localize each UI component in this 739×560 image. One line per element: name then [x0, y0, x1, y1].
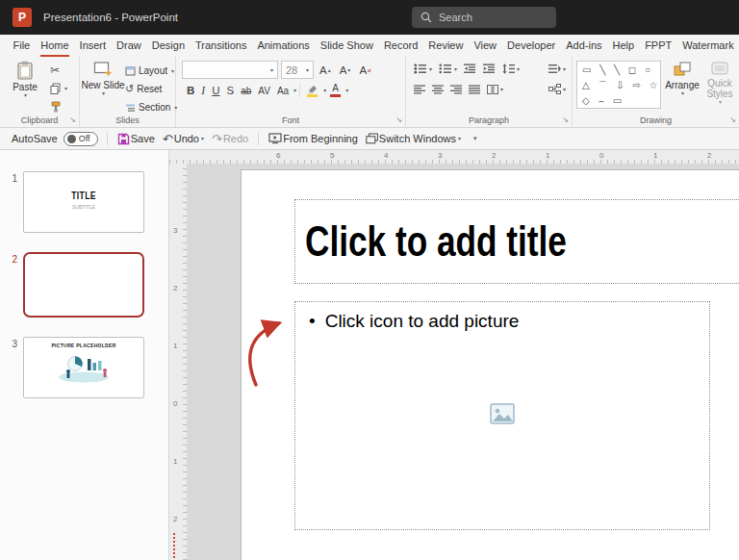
- convert-to-smartart-button[interactable]: ▾: [548, 83, 567, 95]
- tab-transitions[interactable]: Transitions: [191, 35, 252, 57]
- line-spacing-button[interactable]: ▾: [501, 63, 521, 75]
- paste-button[interactable]: Paste ▾: [3, 61, 47, 98]
- justify-button[interactable]: [468, 84, 481, 95]
- thumbnail-row-3: 3 PICTURE PLACEHOLDER: [0, 337, 168, 398]
- font-dialog-launcher-icon[interactable]: ↘: [395, 116, 402, 124]
- cut-button[interactable]: ✂: [48, 62, 69, 78]
- redo-button[interactable]: ↷ Redo: [211, 132, 249, 146]
- tab-record[interactable]: Record: [378, 35, 422, 57]
- highlight-color-button[interactable]: [303, 84, 321, 98]
- decrease-font-size-button[interactable]: A▾: [337, 64, 354, 77]
- tab-home[interactable]: Home: [36, 35, 74, 57]
- layout-button[interactable]: Layout ▾: [123, 63, 179, 79]
- tab-fppt[interactable]: FPPT: [640, 35, 677, 57]
- align-left-button[interactable]: [413, 84, 426, 95]
- tab-add-ins[interactable]: Add-ins: [561, 35, 607, 57]
- tab-review[interactable]: Review: [423, 35, 469, 57]
- copy-button[interactable]: ▾: [48, 80, 69, 96]
- chevron-down-icon: ▾: [323, 88, 326, 93]
- format-painter-button[interactable]: [48, 98, 69, 115]
- underline-button[interactable]: U: [209, 84, 222, 97]
- chevron-down-icon: ▾: [681, 90, 684, 96]
- columns-button[interactable]: ▾: [486, 84, 504, 95]
- tab-slide-show[interactable]: Slide Show: [315, 35, 378, 57]
- font-name-combo[interactable]: ▾: [182, 61, 278, 79]
- shapes-gallery[interactable]: ▭ ╲ ╲ ◻ ○ △ ⌒ ⇩ ⇨ ☆ ◇ ⌢ ▭ ▴ ▾ ≡: [576, 61, 661, 109]
- bullets-button[interactable]: ▾: [413, 63, 433, 75]
- bold-button[interactable]: B: [184, 84, 197, 97]
- horizontal-ruler: 6 5 4 3 2 1 0 1 2: [169, 150, 739, 164]
- switch-windows-icon: [366, 133, 378, 144]
- insert-picture-icon[interactable]: [490, 403, 515, 428]
- text-shadow-button[interactable]: S: [223, 84, 237, 97]
- redo-icon: ↷: [212, 133, 222, 145]
- increase-font-size-button[interactable]: A▴: [317, 64, 334, 77]
- undo-button[interactable]: ↶ Undo ▾: [162, 132, 205, 146]
- character-spacing-button[interactable]: AV: [255, 85, 273, 97]
- strikethrough-button[interactable]: ab: [238, 85, 254, 97]
- arrange-icon: [673, 61, 692, 78]
- tab-animations[interactable]: Animations: [252, 35, 315, 57]
- thumbnail-row-1: 1 TITLE SUBTITLE: [0, 171, 168, 233]
- clipboard-dialog-launcher-icon[interactable]: ↘: [69, 116, 76, 124]
- title-placeholder[interactable]: Click to add title: [294, 199, 739, 284]
- thumbnail-slide-2-selected[interactable]: [23, 252, 144, 318]
- quick-styles-button[interactable]: Quick Styles ▾: [701, 61, 738, 105]
- tab-watermark[interactable]: Watermark: [677, 35, 739, 57]
- from-beginning-button[interactable]: From Beginning: [268, 132, 359, 145]
- thumbnail-slide-3[interactable]: PICTURE PLACEHOLDER: [23, 337, 144, 398]
- ribbon-group-drawing: ▭ ╲ ╲ ◻ ○ △ ⌒ ⇩ ⇨ ☆ ◇ ⌢ ▭ ▴ ▾ ≡ Arrange …: [573, 57, 739, 127]
- tab-developer[interactable]: Developer: [502, 35, 561, 57]
- format-painter-icon: [50, 101, 62, 113]
- ribbon: Paste ▾ ✂ ▾: [0, 57, 739, 128]
- tab-help[interactable]: Help: [607, 35, 640, 57]
- tab-file[interactable]: File: [8, 35, 36, 57]
- chevron-down-icon: ▾: [171, 68, 174, 74]
- increase-indent-button[interactable]: [482, 63, 497, 75]
- chevron-down-icon: ▾: [306, 67, 309, 73]
- search-input[interactable]: Search: [412, 7, 556, 28]
- tab-design[interactable]: Design: [146, 35, 190, 57]
- tab-insert[interactable]: Insert: [74, 35, 112, 57]
- from-beginning-icon: [268, 133, 282, 144]
- powerpoint-app-icon[interactable]: P: [13, 8, 32, 27]
- chevron-down-icon: ▾: [270, 67, 273, 73]
- clear-formatting-button[interactable]: A⌀: [356, 64, 373, 77]
- paragraph-dialog-launcher-icon[interactable]: ↘: [562, 116, 569, 124]
- chevron-down-icon: ▾: [64, 86, 67, 91]
- chevron-down-icon: ▾: [454, 66, 457, 72]
- thumbnail-slide-1[interactable]: TITLE SUBTITLE: [23, 171, 144, 233]
- align-center-button[interactable]: [431, 84, 445, 95]
- decrease-indent-button[interactable]: [463, 63, 477, 75]
- new-slide-button[interactable]: New Slide ▾: [81, 61, 125, 96]
- font-size-combo[interactable]: 28 ▾: [281, 61, 314, 79]
- text-direction-icon: [548, 64, 561, 74]
- save-button[interactable]: Save: [116, 132, 156, 146]
- reset-button[interactable]: ↺ Reset: [123, 81, 179, 97]
- tab-view[interactable]: View: [469, 35, 502, 57]
- chevron-down-icon: ▾: [719, 99, 722, 105]
- autosave-label: AutoSave: [12, 133, 58, 144]
- text-direction-button[interactable]: ▾: [548, 63, 567, 75]
- reset-icon: ↺: [125, 84, 134, 94]
- autosave-toggle[interactable]: Off: [64, 132, 98, 146]
- align-right-button[interactable]: [449, 84, 463, 95]
- bullet-list-icon: [414, 64, 427, 74]
- picture-content-placeholder[interactable]: • Click icon to add picture: [294, 301, 710, 530]
- italic-button[interactable]: I: [198, 84, 208, 97]
- switch-windows-button[interactable]: Switch Windows ▾: [365, 132, 462, 145]
- undo-icon: ↶: [163, 133, 173, 145]
- slide-editing-surface[interactable]: Click to add title • Click icon to add p…: [241, 169, 739, 560]
- red-dotted-marker: [173, 533, 175, 558]
- drawing-dialog-launcher-icon[interactable]: ↘: [729, 116, 736, 124]
- tab-draw[interactable]: Draw: [112, 35, 147, 57]
- window-title: Presentation6 - PowerPoint: [43, 12, 178, 23]
- toggle-knob-icon: [67, 135, 76, 143]
- numbering-button[interactable]: ▾: [438, 63, 458, 75]
- customize-toolbar-icon[interactable]: ▾: [473, 136, 477, 141]
- section-button[interactable]: Section ▾: [123, 99, 179, 115]
- font-color-button[interactable]: A: [327, 83, 344, 98]
- chevron-down-icon: ▾: [500, 87, 503, 92]
- change-case-button[interactable]: Aa: [274, 85, 292, 97]
- arrange-button[interactable]: Arrange ▾: [663, 61, 701, 96]
